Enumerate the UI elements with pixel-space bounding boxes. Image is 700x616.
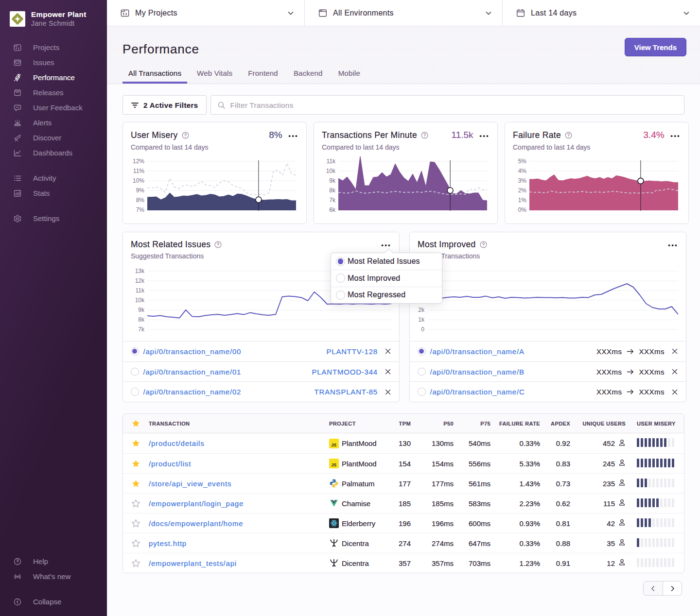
svg-text:9k: 9k (138, 307, 145, 313)
svg-text:9k: 9k (329, 177, 336, 184)
svg-text:7k: 7k (329, 197, 336, 204)
svg-text:13k: 13k (135, 268, 145, 274)
svg-text:8k: 8k (138, 316, 145, 323)
svg-text:7k: 7k (138, 326, 145, 333)
svg-text:0%: 0% (518, 206, 527, 213)
svg-text:10k: 10k (135, 297, 145, 304)
svg-text:2k: 2k (418, 307, 425, 313)
svg-text:11k: 11k (327, 158, 336, 165)
svg-text:10%: 10% (133, 177, 144, 184)
svg-text:4%: 4% (518, 168, 527, 174)
svg-text:11k: 11k (136, 287, 145, 294)
svg-text:1%: 1% (518, 197, 527, 204)
svg-text:6k: 6k (329, 206, 336, 213)
svg-text:JS: JS (332, 462, 337, 467)
svg-text:10k: 10k (326, 168, 336, 174)
svg-text:2%: 2% (518, 187, 527, 194)
svg-text:JS: JS (332, 443, 337, 447)
svg-text:1k: 1k (418, 316, 425, 323)
svg-text:11%: 11% (133, 168, 144, 174)
svg-text:0: 0 (421, 326, 424, 333)
svg-text:3%: 3% (518, 177, 527, 184)
svg-text:12k: 12k (135, 277, 145, 284)
svg-text:12%: 12% (133, 158, 144, 165)
svg-text:7%: 7% (136, 206, 145, 213)
svg-text:5%: 5% (518, 158, 527, 165)
svg-text:9%: 9% (136, 187, 145, 194)
svg-text:8%: 8% (136, 197, 145, 204)
svg-text:8k: 8k (329, 187, 336, 194)
